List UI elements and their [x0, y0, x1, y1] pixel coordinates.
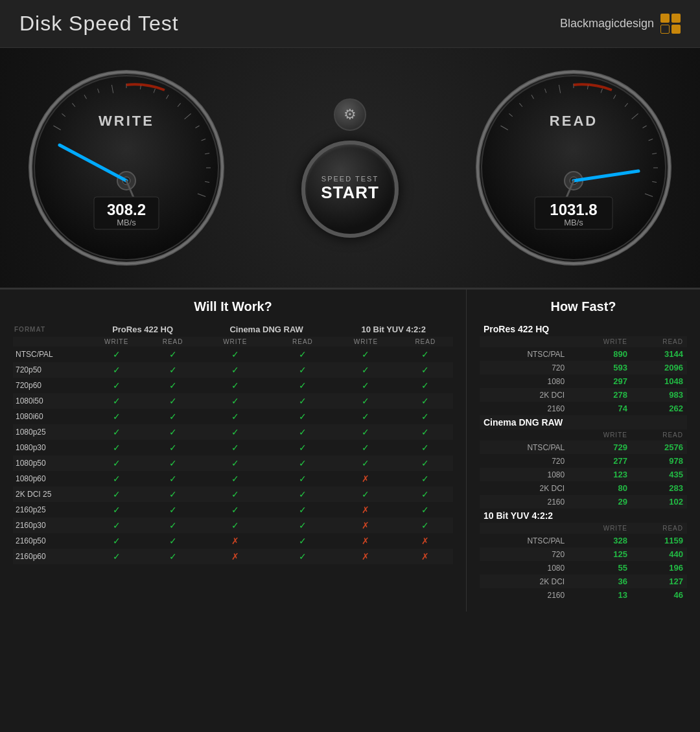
- check-cell: ✓: [199, 455, 271, 471]
- logo-cell-1: [660, 14, 670, 23]
- hf-write-value: 80: [568, 481, 631, 495]
- logo-cell-3: [660, 25, 670, 34]
- check-cell: ✓: [146, 486, 199, 502]
- checkmark-icon: ✓: [299, 536, 307, 546]
- check-cell: ✗: [334, 502, 397, 518]
- checkmark-icon: ✓: [299, 505, 307, 515]
- hf-read-value: 1048: [631, 374, 687, 388]
- hf-write-value: 278: [568, 388, 631, 402]
- format-label: 2160p60: [13, 549, 86, 564]
- gear-icon: ⚙: [344, 106, 356, 123]
- table-row: 1080i50✓✓✓✓✓✓: [13, 393, 453, 409]
- svg-text:WRITE: WRITE: [99, 113, 154, 129]
- check-cell: ✓: [86, 424, 146, 440]
- checkmark-icon: ✓: [231, 427, 239, 437]
- how-fast-title: How Fast?: [480, 299, 687, 314]
- format-label: 1080p30: [13, 440, 86, 455]
- check-cell: ✓: [86, 471, 146, 486]
- cross-icon: ✗: [362, 505, 369, 515]
- hf-col-header: [480, 336, 568, 347]
- check-cell: ✓: [146, 455, 199, 471]
- check-cell: ✗: [334, 549, 397, 564]
- checkmark-icon: ✓: [421, 349, 429, 360]
- brand-logo: [660, 14, 681, 34]
- brand-name: Blackmagicdesign: [560, 17, 654, 30]
- check-cell: ✓: [146, 409, 199, 424]
- data-section: Will It Work? FORMAT ProRes 422 HQ Cinem…: [0, 290, 700, 612]
- check-cell: ✓: [334, 424, 397, 440]
- checkmark-icon: ✓: [299, 458, 307, 468]
- check-cell: ✗: [199, 533, 271, 549]
- hf-write-value: 125: [568, 547, 631, 561]
- format-label: 1080p60: [13, 471, 86, 486]
- hf-data-row: 216074262: [480, 402, 687, 415]
- check-cell: ✓: [199, 409, 271, 424]
- check-cell: ✓: [199, 502, 271, 518]
- checkmark-icon: ✓: [113, 349, 121, 360]
- format-label: 720p50: [13, 362, 86, 378]
- hf-section-row: 10 Bit YUV 4:2:2: [480, 509, 687, 523]
- check-cell: ✓: [199, 424, 271, 440]
- write-gauge: WRITE 308.2 MB/s: [26, 67, 227, 268]
- checkmark-icon: ✓: [299, 489, 307, 499]
- check-cell: ✓: [199, 486, 271, 502]
- hf-write-value: 297: [568, 374, 631, 388]
- checkmark-icon: ✓: [113, 520, 121, 531]
- check-cell: ✓: [146, 347, 199, 362]
- cross-icon: ✗: [362, 536, 369, 546]
- settings-button[interactable]: ⚙: [334, 98, 366, 131]
- hf-write-value: 74: [568, 402, 631, 415]
- gauges-section: WRITE 308.2 MB/s ⚙ SPEED TEST START: [0, 48, 700, 290]
- hf-write-value: 277: [568, 454, 631, 468]
- table-row: 1080p25✓✓✓✓✓✓: [13, 424, 453, 440]
- checkmark-icon: ✓: [231, 520, 239, 531]
- table-row: 2160p30✓✓✓✓✗✓: [13, 518, 453, 533]
- hf-read-value: 3144: [631, 347, 687, 361]
- start-btn-main-text: START: [321, 183, 379, 203]
- hf-read-value: 262: [631, 402, 687, 415]
- format-label: 1080p25: [13, 424, 86, 440]
- checkmark-icon: ✓: [169, 489, 177, 499]
- svg-text:308.2: 308.2: [107, 201, 146, 218]
- checkmark-icon: ✓: [299, 551, 307, 562]
- checkmark-icon: ✓: [113, 536, 121, 546]
- table-row: 1080p30✓✓✓✓✓✓: [13, 440, 453, 455]
- checkmark-icon: ✓: [362, 458, 369, 468]
- table-row: 720p60✓✓✓✓✓✓: [13, 378, 453, 393]
- check-cell: ✓: [334, 393, 397, 409]
- hf-row-label: 720: [480, 361, 568, 374]
- check-cell: ✓: [271, 424, 334, 440]
- hf-data-row: NTSC/PAL8903144: [480, 347, 687, 361]
- table-row: 1080i60✓✓✓✓✓✓: [13, 409, 453, 424]
- hf-read-value: 46: [631, 588, 687, 602]
- group-header-row: FORMAT ProRes 422 HQ Cinema DNG RAW 10 B…: [13, 322, 453, 337]
- checkmark-icon: ✓: [421, 396, 429, 406]
- checkmark-icon: ✓: [299, 349, 307, 360]
- check-cell: ✓: [334, 347, 397, 362]
- hf-col-header: [480, 429, 568, 440]
- check-cell: ✗: [398, 533, 453, 549]
- hf-col-header-row: WRITEREAD: [480, 523, 687, 534]
- format-label: 1080i60: [13, 409, 86, 424]
- cross-icon: ✗: [231, 551, 239, 562]
- hf-row-label: 2160: [480, 588, 568, 602]
- hf-row-label: 1080: [480, 561, 568, 575]
- check-cell: ✓: [271, 362, 334, 378]
- check-cell: ✓: [199, 347, 271, 362]
- center-controls: ⚙ SPEED TEST START: [301, 98, 399, 238]
- check-cell: ✓: [146, 440, 199, 455]
- checkmark-icon: ✓: [362, 427, 369, 437]
- prores-header: ProRes 422 HQ: [86, 322, 199, 337]
- check-cell: ✓: [271, 502, 334, 518]
- table-row: 2160p50✓✓✗✓✗✗: [13, 533, 453, 549]
- check-cell: ✓: [86, 533, 146, 549]
- checkmark-icon: ✓: [231, 505, 239, 515]
- check-cell: ✓: [199, 393, 271, 409]
- hf-write-value: 123: [568, 468, 631, 481]
- sub-header-row: WRITE READ WRITE READ WRITE READ: [13, 337, 453, 347]
- checkmark-icon: ✓: [113, 442, 121, 453]
- speed-test-start-button[interactable]: SPEED TEST START: [301, 141, 399, 238]
- check-cell: ✓: [146, 362, 199, 378]
- check-cell: ✓: [86, 440, 146, 455]
- hf-read-value: 1159: [631, 534, 687, 547]
